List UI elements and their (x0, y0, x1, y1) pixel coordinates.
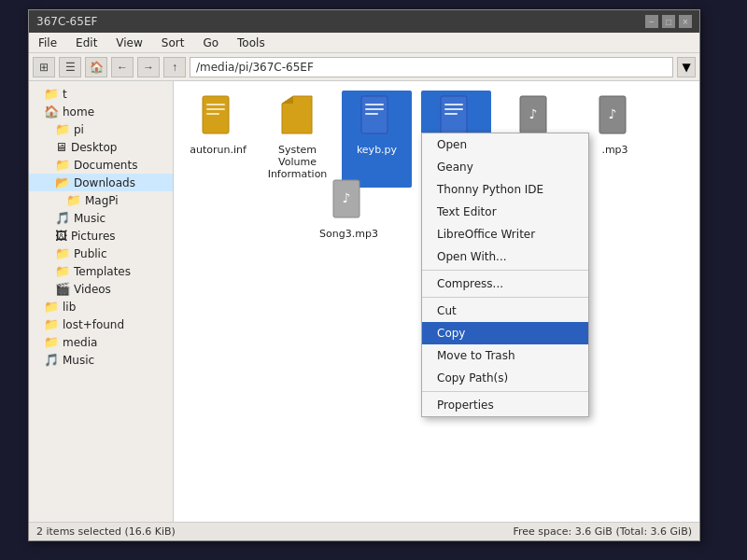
sidebar-item-t[interactable]: 📁 t (29, 85, 173, 103)
context-copypath[interactable]: Copy Path(s) (422, 367, 588, 389)
statusbar: 2 items selected (16.6 KiB) Free space: … (29, 522, 699, 540)
context-geany[interactable]: Geany (422, 156, 588, 178)
lib-icon: 📁 (44, 300, 59, 314)
sidebar-label-videos: Videos (74, 283, 111, 296)
close-button[interactable]: × (679, 15, 692, 28)
svg-rect-1 (206, 104, 225, 105)
sidebar-label-public: Public (74, 247, 107, 260)
public-icon: 📁 (55, 246, 70, 260)
svg-text:♪: ♪ (342, 190, 350, 205)
maximize-button[interactable]: □ (662, 15, 675, 28)
window-controls: − □ × (645, 15, 692, 28)
sidebar-item-lostfound[interactable]: 📁 lost+found (29, 315, 173, 333)
sidebar-item-downloads[interactable]: 📂 Downloads (29, 174, 173, 191)
sidebar-item-music[interactable]: 🎵 Music (29, 209, 173, 227)
context-menu: Open Geany Thonny Python IDE Text Editor… (421, 133, 589, 417)
window-title: 367C-65EF (36, 15, 97, 28)
sidebar-item-pi[interactable]: 📁 pi (29, 120, 173, 138)
sidebar-label-media: media (63, 336, 97, 349)
sidebar-label-music2: Music (63, 354, 94, 367)
toolbar: ⊞ ☰ 🏠 ← → ↑ /media/pi/367C-65EF ▼ (29, 53, 699, 81)
menu-edit[interactable]: Edit (70, 35, 103, 51)
svg-rect-12 (444, 108, 463, 110)
music2-icon: 🎵 (44, 353, 59, 367)
context-open[interactable]: Open (422, 133, 588, 156)
pictures-icon: 🖼 (55, 229, 67, 243)
svg-rect-3 (206, 113, 219, 115)
address-bar[interactable]: /media/pi/367C-65EF (190, 57, 673, 77)
context-libreoffice[interactable]: LibreOffice Writer (422, 223, 588, 245)
sidebar-label-lostfound: lost+found (63, 318, 124, 331)
sidebar-item-templates[interactable]: 📁 Templates (29, 262, 173, 280)
titlebar: 367C-65EF − □ × (29, 10, 699, 33)
list-view-button[interactable]: ☰ (59, 57, 81, 77)
minimize-button[interactable]: − (645, 15, 658, 28)
context-copy[interactable]: Copy (422, 322, 588, 344)
sidebar-label-lib: lib (63, 301, 76, 314)
sidebar-item-desktop[interactable]: 🖥 Desktop (29, 138, 173, 156)
home-button[interactable]: 🏠 (85, 57, 107, 77)
lostfound-icon: 📁 (44, 317, 59, 331)
sidebar-item-public[interactable]: 📁 Public (29, 245, 173, 262)
file-manager-window: 367C-65EF − □ × File Edit View Sort Go T… (28, 9, 700, 541)
svg-rect-2 (206, 108, 225, 110)
status-right: Free space: 3.6 GiB (Total: 3.6 GiB) (513, 525, 692, 538)
sidebar-label-home: home (63, 105, 94, 119)
sysvolinfo-icon (280, 94, 316, 141)
address-dropdown[interactable]: ▼ (677, 57, 696, 77)
back-button[interactable]: ← (111, 57, 134, 77)
song3-name: Song3.mp3 (319, 228, 378, 240)
file-view[interactable]: autorun.inf System Volume Information (174, 81, 699, 522)
menu-sort[interactable]: Sort (156, 35, 190, 51)
context-cut[interactable]: Cut (422, 300, 588, 322)
context-texteditor[interactable]: Text Editor (422, 201, 588, 223)
downloads-icon: 📂 (55, 175, 70, 189)
sidebar-item-documents[interactable]: 📁 Documents (29, 156, 173, 174)
svg-text:♪: ♪ (529, 106, 537, 121)
music-icon: 🎵 (55, 211, 70, 225)
sidebar-item-home[interactable]: 🏠 home (29, 103, 173, 120)
forward-button[interactable]: → (137, 57, 160, 77)
sidebar-item-videos[interactable]: 🎬 Videos (29, 280, 173, 298)
file-item-sysvolinfo[interactable]: System Volume Information (262, 91, 332, 188)
documents-icon: 📁 (55, 158, 70, 172)
context-properties[interactable]: Properties (422, 394, 588, 416)
grid-view-button[interactable]: ⊞ (33, 57, 55, 77)
menu-file[interactable]: File (33, 35, 63, 51)
svg-rect-11 (444, 104, 463, 105)
context-compress[interactable]: Compress... (422, 273, 588, 295)
file-item-mp3-2[interactable]: ♪ .mp3 (580, 91, 650, 188)
file-item-song3[interactable]: ♪ Song3.mp3 (314, 175, 384, 244)
file-item-autorun[interactable]: autorun.inf (183, 91, 253, 188)
sidebar-label-documents: Documents (74, 159, 137, 172)
main-area: 📁 t 🏠 home 📁 pi 🖥 Desktop 📁 Documents 📂 (29, 81, 699, 522)
svg-rect-7 (365, 104, 384, 105)
sidebar-item-magpi[interactable]: 📁 MagPi (29, 191, 173, 209)
sidebar-label-t: t (63, 88, 67, 101)
sidebar-item-music2[interactable]: 🎵 Music (29, 351, 173, 369)
context-openwith[interactable]: Open With... (422, 245, 588, 268)
sidebar-label-music: Music (74, 212, 106, 225)
folder-icon-pi: 📁 (55, 122, 70, 136)
up-button[interactable]: ↑ (163, 57, 186, 77)
file-item-keybpy[interactable]: keyb.py (342, 91, 412, 188)
sidebar: 📁 t 🏠 home 📁 pi 🖥 Desktop 📁 Documents 📂 (29, 81, 174, 522)
desktop-icon: 🖥 (55, 140, 67, 154)
status-left: 2 items selected (16.6 KiB) (36, 525, 176, 538)
menu-tools[interactable]: Tools (232, 35, 271, 51)
svg-rect-13 (444, 113, 458, 115)
sidebar-item-lib[interactable]: 📁 lib (29, 298, 173, 315)
sidebar-item-pictures[interactable]: 🖼 Pictures (29, 227, 173, 245)
svg-text:♪: ♪ (608, 106, 616, 121)
keybpy-name: keyb.py (357, 144, 397, 156)
menu-go[interactable]: Go (197, 35, 224, 51)
menubar: File Edit View Sort Go Tools (29, 33, 699, 53)
sidebar-item-media[interactable]: 📁 media (29, 333, 173, 351)
keybpy-icon (359, 94, 395, 141)
sidebar-label-pictures: Pictures (71, 230, 116, 243)
context-trash[interactable]: Move to Trash (422, 344, 588, 367)
menu-view[interactable]: View (110, 35, 148, 51)
separator-1 (422, 270, 588, 271)
song3-icon: ♪ (331, 178, 367, 225)
context-thonny[interactable]: Thonny Python IDE (422, 178, 588, 201)
